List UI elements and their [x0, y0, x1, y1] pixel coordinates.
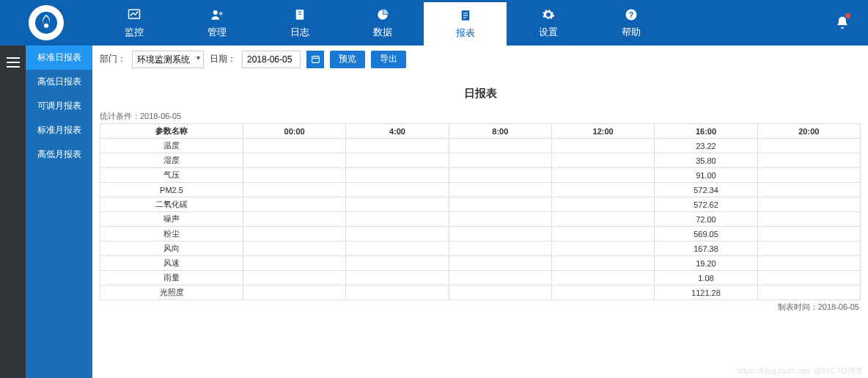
- cell: [551, 241, 654, 256]
- cell: [449, 241, 551, 256]
- cell: [346, 212, 449, 227]
- cell: [346, 153, 449, 168]
- cell: [757, 168, 860, 183]
- preview-button[interactable]: 预览: [330, 51, 365, 68]
- cell: [757, 212, 860, 227]
- table-row: 风向167.38: [100, 241, 861, 256]
- nav-item-5[interactable]: 设置: [507, 0, 589, 46]
- table-row: 风速19.20: [100, 256, 861, 271]
- param-name: 湿度: [100, 153, 243, 168]
- param-name: 风向: [100, 241, 243, 256]
- sidebar-item-2[interactable]: 可调月报表: [26, 94, 92, 118]
- nav-label: 管理: [207, 26, 227, 39]
- col-time-1: 4:00: [346, 124, 449, 139]
- cell: [346, 271, 449, 286]
- cell: [243, 212, 346, 227]
- sidebar-item-1[interactable]: 高低日报表: [26, 70, 92, 94]
- table-row: 气压91.00: [100, 168, 861, 183]
- logo-icon: [29, 5, 64, 40]
- gear-icon: [541, 7, 556, 22]
- svg-point-3: [213, 10, 217, 15]
- book-icon: [293, 7, 307, 22]
- col-time-5: 20:00: [757, 124, 860, 139]
- param-name: 二氧化碳: [100, 197, 243, 212]
- dept-select[interactable]: 环境监测系统: [132, 51, 204, 68]
- menu-toggle-button[interactable]: [7, 57, 20, 68]
- nav-item-2[interactable]: 日志: [258, 0, 341, 46]
- sidebar-item-0[interactable]: 标准日报表: [26, 46, 92, 70]
- cell: [243, 227, 346, 241]
- nav-item-3[interactable]: 数据: [341, 0, 424, 46]
- date-label: 日期：: [210, 53, 236, 65]
- cell: [346, 168, 449, 183]
- param-name: 光照度: [100, 286, 243, 300]
- sidebar-item-4[interactable]: 高低月报表: [26, 142, 92, 167]
- filter-toolbar: 部门： 环境监测系统 日期： 预览 导出: [92, 46, 868, 73]
- nav-item-0[interactable]: 监控: [92, 0, 175, 46]
- cell: [551, 286, 654, 300]
- param-name: 粉尘: [100, 227, 243, 241]
- cell: [449, 168, 551, 183]
- cell: [757, 227, 860, 241]
- cell: [551, 153, 654, 168]
- cell: [346, 197, 449, 212]
- notifications-button[interactable]: [817, 0, 868, 46]
- report-sidebar: 标准日报表高低日报表可调月报表标准月报表高低月报表: [26, 46, 92, 378]
- top-nav-bar: 监控管理日志数据报表设置?帮助: [0, 0, 868, 46]
- col-time-0: 00:00: [243, 124, 346, 139]
- cell: [243, 139, 346, 153]
- nav-label: 数据: [373, 26, 392, 39]
- param-name: PM2.5: [100, 183, 243, 197]
- cell: 1.08: [655, 271, 757, 286]
- nav-label: 日志: [290, 26, 309, 39]
- cell: [449, 212, 551, 227]
- cell: [346, 286, 449, 300]
- cell: 91.00: [655, 168, 757, 183]
- table-row: 湿度35.80: [100, 153, 861, 168]
- cell: [449, 197, 551, 212]
- sidebar-item-3[interactable]: 标准月报表: [26, 118, 92, 142]
- table-row: 粉尘569.05: [100, 227, 861, 241]
- col-time-3: 12:00: [551, 124, 654, 139]
- cell: [243, 153, 346, 168]
- col-time-4: 16:00: [655, 124, 757, 139]
- col-time-2: 8:00: [449, 124, 551, 139]
- param-name: 雨量: [100, 271, 243, 286]
- svg-point-1: [44, 23, 48, 28]
- cell: 35.80: [655, 153, 757, 168]
- date-input[interactable]: [242, 51, 301, 68]
- table-row: 雨量1.08: [100, 271, 861, 286]
- col-param: 参数名称: [100, 124, 243, 139]
- cell: [243, 183, 346, 197]
- cell: [757, 197, 860, 212]
- cell: 1121.28: [655, 286, 757, 300]
- cell: [757, 139, 860, 153]
- cell: [757, 183, 860, 197]
- cell: [757, 271, 860, 286]
- svg-point-4: [219, 12, 221, 15]
- nav-item-6[interactable]: ?帮助: [589, 0, 672, 46]
- nav-item-1[interactable]: 管理: [175, 0, 258, 46]
- cell: [243, 286, 346, 300]
- svg-text:?: ?: [628, 10, 633, 18]
- cell: [243, 256, 346, 271]
- nav-item-4[interactable]: 报表: [424, 0, 507, 46]
- cell: 167.38: [655, 241, 757, 256]
- cell: [449, 183, 551, 197]
- cell: [243, 241, 346, 256]
- export-button[interactable]: 导出: [371, 51, 406, 68]
- cell: [551, 139, 654, 153]
- cell: [551, 183, 654, 197]
- table-row: 光照度1121.28: [100, 286, 861, 300]
- nav-label: 帮助: [622, 26, 641, 39]
- cell: [346, 241, 449, 256]
- cell: [551, 197, 654, 212]
- main-nav: 监控管理日志数据报表设置?帮助: [92, 0, 817, 46]
- table-row: PM2.5572.34: [100, 183, 861, 197]
- cell: [757, 286, 860, 300]
- calendar-button[interactable]: [306, 51, 324, 68]
- cell: [449, 271, 551, 286]
- report-title: 日报表: [100, 73, 861, 111]
- cell: [243, 271, 346, 286]
- cell: [757, 256, 860, 271]
